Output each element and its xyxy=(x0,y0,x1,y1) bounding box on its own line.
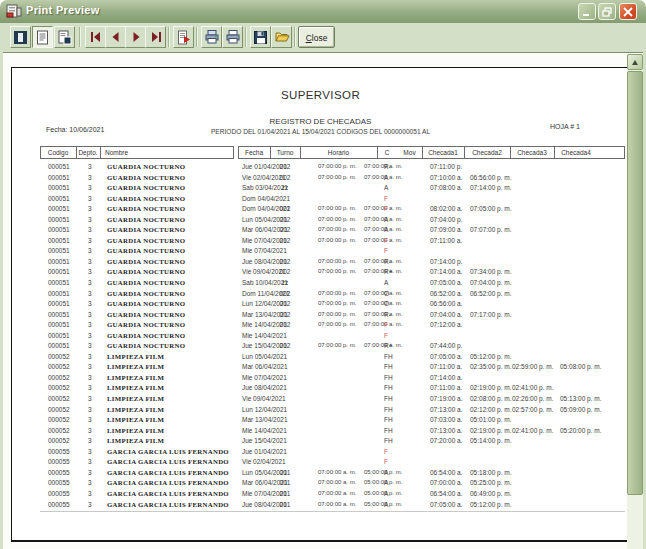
scrollbar-thumb[interactable] xyxy=(627,71,643,495)
table-bottom-rule xyxy=(40,511,625,512)
cell-checada1: 06:54:00 a. xyxy=(430,469,463,476)
cell-checada2: 02:12:00 p. m. xyxy=(470,406,512,413)
minimize-button[interactable] xyxy=(578,3,596,20)
cell-fecha: Mar 13/04/2021 xyxy=(242,416,288,423)
col-header-horario: Horario xyxy=(300,149,377,156)
cell-checada1: 07:04:00 a. xyxy=(430,311,463,318)
goto-page-button[interactable] xyxy=(173,26,194,48)
report-hoja: HOJA # 1 xyxy=(550,123,580,130)
table-row: 0000553GARCIA GARCIA LUIS FERNANDOLun 05… xyxy=(12,469,629,480)
cell-codigo: 000055 xyxy=(48,469,70,476)
cell-checada1: 07:00:00 a. xyxy=(430,479,463,486)
cell-checada1: 07:11:00 p. xyxy=(430,163,462,170)
cell-depto: 3 xyxy=(88,205,92,212)
cell-checada3: 02:41:00 p. m. xyxy=(512,427,554,434)
cell-checada2: 06:52:00 p. m. xyxy=(470,290,512,297)
last-page-button[interactable] xyxy=(145,26,166,48)
table-row: 0000523LIMPIEZA FILMMar 06/04/2021FH07:1… xyxy=(12,363,629,374)
cell-checada1: 07:11:00 a. xyxy=(430,363,462,370)
cell-codigo: 000051 xyxy=(48,268,70,275)
cell-nombre: GUARDIA NOCTURNO xyxy=(107,258,185,265)
print-setup-button[interactable] xyxy=(201,26,222,48)
vertical-scrollbar[interactable] xyxy=(627,54,643,549)
cell-codigo: 000052 xyxy=(48,374,70,381)
cell-horario_entrada: 07:00:00 p. m. xyxy=(318,342,356,348)
table-row: 0000513GUARDIA NOCTURNOJue 08/04/2021002… xyxy=(12,258,629,269)
last-page-icon xyxy=(149,30,163,44)
cell-checada1: 07:20:00 a. xyxy=(430,437,463,444)
table-row: 0000523LIMPIEZA FILMJue 08/04/2021FH07:1… xyxy=(12,384,629,395)
cell-codigo: 000052 xyxy=(48,353,70,360)
print-button[interactable] xyxy=(222,26,243,48)
cell-depto: 3 xyxy=(88,458,92,465)
view-page-width-button[interactable] xyxy=(54,26,75,48)
cell-nombre: LIMPIEZA FILM xyxy=(107,395,164,402)
cell-horario_entrada: 07:00:00 p. m. xyxy=(318,311,356,317)
cell-fecha: Lun 12/04/2021 xyxy=(242,406,287,413)
cell-nombre: GUARDIA NOCTURNO xyxy=(107,247,185,254)
toolbar-separator xyxy=(79,27,80,47)
table-row: 0000553GARCIA GARCIA LUIS FERNANDOMar 06… xyxy=(12,479,629,490)
titlebar: Print Preview xyxy=(0,0,646,23)
cell-c: R- xyxy=(384,311,391,318)
table-row: 0000553GARCIA GARCIA LUIS FERNANDOJue 08… xyxy=(12,501,629,512)
cell-c: F xyxy=(384,448,388,455)
open-report-button[interactable] xyxy=(271,26,292,48)
cell-c: F xyxy=(384,321,388,328)
whole-page-icon xyxy=(13,30,28,45)
cell-fecha: Jue 08/04/2021 xyxy=(242,384,287,391)
col-header-checada2: Checada2 xyxy=(464,149,510,156)
report-fecha: Fecha: 10/06/2021 xyxy=(46,126,104,133)
report-subtitle: REGISTRO DE CHECADAS xyxy=(12,117,629,126)
cell-c: FH xyxy=(384,384,393,391)
table-row: 0000523LIMPIEZA FILMMie 14/04/2021FH07:1… xyxy=(12,427,629,438)
cell-depto: 3 xyxy=(88,416,92,423)
first-page-button[interactable] xyxy=(85,26,106,48)
view-whole-page-button[interactable] xyxy=(10,26,31,48)
cell-c: FH xyxy=(384,353,393,360)
cell-fecha: Vie 09/04/2021 xyxy=(242,395,286,402)
cell-turno: 002 xyxy=(268,163,302,170)
cell-checada1: 07:14:00 p. xyxy=(430,258,463,265)
cell-checada1: 07:09:00 a. xyxy=(430,226,463,233)
cell-fecha: Mie 14/04/2021 xyxy=(242,332,287,339)
report-title: SUPERVISOR xyxy=(12,89,629,101)
cell-horario_entrada: 07:00:00 p. m. xyxy=(318,300,356,306)
cell-codigo: 000052 xyxy=(48,384,70,391)
cell-depto: 3 xyxy=(88,353,92,360)
restore-button[interactable] xyxy=(598,3,616,20)
cell-codigo: 000052 xyxy=(48,427,70,434)
scrollbar-up-button[interactable] xyxy=(627,54,643,70)
minimize-icon xyxy=(582,7,592,17)
close-preview-button[interactable]: Close xyxy=(298,26,335,48)
report-page: SUPERVISOR REGISTRO DE CHECADAS PERIODO … xyxy=(11,67,631,542)
report-periodo: PERIODO DEL 01/04/2021 AL 15/04/2021 COD… xyxy=(12,128,629,135)
view-text-detail-button[interactable] xyxy=(32,26,53,48)
cell-codigo: 000055 xyxy=(48,479,70,486)
cell-depto: 3 xyxy=(88,279,92,286)
cell-checada3: 02:57:00 p. m. xyxy=(512,406,554,413)
cell-checada1: 07:05:00 a. xyxy=(430,501,463,508)
close-window-button[interactable] xyxy=(619,3,637,20)
cell-depto: 3 xyxy=(88,363,92,370)
cell-nombre: GUARDIA NOCTURNO xyxy=(107,279,185,286)
cell-nombre: GUARDIA NOCTURNO xyxy=(107,205,185,212)
cell-codigo: 000051 xyxy=(48,342,70,349)
cell-checada2: 02:35:00 p. m. xyxy=(470,363,512,370)
cell-codigo: 000052 xyxy=(48,395,70,402)
next-page-button[interactable] xyxy=(125,26,146,48)
cell-checada1: 07:03:00 a. xyxy=(430,416,463,423)
previous-page-button[interactable] xyxy=(105,26,126,48)
cell-c: A xyxy=(384,490,388,497)
cell-codigo: 000051 xyxy=(48,290,70,297)
table-row: 0000513GUARDIA NOCTURNOVie 09/04/2021002… xyxy=(12,268,629,279)
cell-checada2: 05:12:00 p. m. xyxy=(470,501,512,508)
cell-depto: 3 xyxy=(88,311,92,318)
cell-nombre: GUARDIA NOCTURNO xyxy=(107,268,185,275)
save-report-button[interactable] xyxy=(250,26,271,48)
table-row: 0000513GUARDIA NOCTURNODom 11/04/2021002… xyxy=(12,290,629,301)
table-row: 0000553GARCIA GARCIA LUIS FERNANDOJue 01… xyxy=(12,448,629,459)
close-icon xyxy=(623,7,633,17)
cell-nombre: GUARDIA NOCTURNO xyxy=(107,216,185,223)
printer-icon xyxy=(225,29,241,45)
